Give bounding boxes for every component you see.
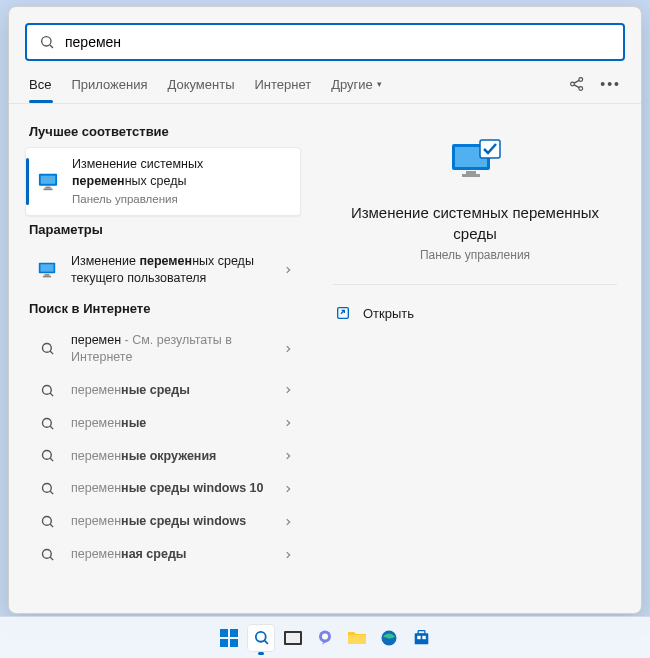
open-icon xyxy=(335,305,351,321)
svg-rect-14 xyxy=(43,276,51,278)
svg-line-6 xyxy=(574,85,579,88)
tab-docs[interactable]: Документы xyxy=(167,77,234,102)
svg-point-17 xyxy=(42,385,51,394)
monitor-check-icon xyxy=(448,138,502,186)
svg-rect-46 xyxy=(348,635,366,644)
search-icon xyxy=(33,383,61,398)
result-web-item[interactable]: переменная среды xyxy=(25,538,301,571)
svg-point-3 xyxy=(579,78,583,82)
taskbar-chat-button[interactable] xyxy=(312,625,338,651)
svg-rect-43 xyxy=(286,633,300,643)
search-window: Все Приложения Документы Интернет Другие… xyxy=(8,6,642,614)
search-icon xyxy=(39,34,55,50)
search-icon xyxy=(33,514,61,529)
svg-rect-12 xyxy=(40,264,53,271)
search-icon xyxy=(33,547,61,562)
svg-line-28 xyxy=(50,557,53,560)
taskbar-search-button[interactable] xyxy=(248,625,274,651)
tab-all[interactable]: Все xyxy=(29,77,51,102)
taskbar-store-button[interactable] xyxy=(408,625,434,651)
svg-rect-50 xyxy=(417,636,420,639)
svg-line-26 xyxy=(50,525,53,528)
svg-point-40 xyxy=(255,632,265,642)
preview-subtitle: Панель управления xyxy=(420,248,530,262)
chevron-right-icon xyxy=(283,451,293,461)
monitor-icon xyxy=(34,172,62,192)
svg-line-24 xyxy=(50,492,53,495)
search-bar[interactable] xyxy=(25,23,625,61)
chevron-right-icon xyxy=(283,517,293,527)
svg-rect-31 xyxy=(466,171,476,174)
svg-line-22 xyxy=(50,459,53,462)
svg-point-27 xyxy=(42,550,51,559)
svg-point-21 xyxy=(42,451,51,460)
start-button[interactable] xyxy=(216,625,242,651)
svg-rect-39 xyxy=(230,639,238,647)
more-options-icon[interactable]: ••• xyxy=(600,76,621,92)
svg-rect-49 xyxy=(418,631,425,634)
svg-rect-38 xyxy=(220,639,228,647)
tabs-row: Все Приложения Документы Интернет Другие… xyxy=(9,61,641,104)
open-label: Открыть xyxy=(363,306,414,321)
svg-point-25 xyxy=(42,517,51,526)
taskbar-taskview-button[interactable] xyxy=(280,625,306,651)
search-icon xyxy=(33,416,61,431)
section-web-search: Поиск в Интернете xyxy=(29,301,297,316)
result-settings-item[interactable]: Изменение переменных среды текущего поль… xyxy=(25,245,301,295)
chevron-right-icon xyxy=(283,385,293,395)
search-input[interactable] xyxy=(65,34,611,50)
svg-line-16 xyxy=(50,352,53,355)
chevron-right-icon xyxy=(283,484,293,494)
preview-pane: Изменение системных переменных среды Пан… xyxy=(309,104,641,613)
result-web-primary[interactable]: перемен - См. результаты в Интернете xyxy=(25,324,301,374)
search-icon xyxy=(33,448,61,463)
chevron-down-icon: ▾ xyxy=(377,79,382,89)
results-list: Лучшее соответствие Изменение системных … xyxy=(9,104,309,613)
tab-more[interactable]: Другие▾ xyxy=(331,77,382,102)
svg-line-41 xyxy=(264,641,267,644)
share-icon[interactable] xyxy=(568,75,586,93)
svg-rect-36 xyxy=(220,629,228,637)
svg-line-20 xyxy=(50,426,53,429)
preview-title: Изменение системных переменных среды xyxy=(333,202,617,244)
chevron-right-icon xyxy=(283,344,293,354)
taskbar-explorer-button[interactable] xyxy=(344,625,370,651)
svg-rect-37 xyxy=(230,629,238,637)
svg-point-23 xyxy=(42,484,51,493)
search-icon xyxy=(33,341,61,356)
svg-point-4 xyxy=(579,87,583,91)
svg-point-0 xyxy=(42,37,51,46)
svg-rect-9 xyxy=(45,186,50,188)
svg-rect-51 xyxy=(422,636,425,639)
section-settings: Параметры xyxy=(29,222,297,237)
svg-point-19 xyxy=(42,418,51,427)
result-web-item[interactable]: переменные среды windows xyxy=(25,505,301,538)
section-best-match: Лучшее соответствие xyxy=(29,124,297,139)
svg-rect-48 xyxy=(414,633,428,644)
svg-rect-32 xyxy=(462,174,480,177)
result-web-item[interactable]: переменные окружения xyxy=(25,440,301,473)
taskbar xyxy=(0,616,650,658)
svg-line-5 xyxy=(574,80,579,83)
chevron-right-icon xyxy=(283,550,293,560)
svg-rect-8 xyxy=(41,175,56,183)
result-best-match[interactable]: Изменение системных переменных среды Пан… xyxy=(25,147,301,216)
svg-line-1 xyxy=(50,45,53,48)
monitor-icon xyxy=(33,261,61,279)
divider xyxy=(333,284,617,285)
tab-apps[interactable]: Приложения xyxy=(71,77,147,102)
result-web-item[interactable]: переменные среды windows 10 xyxy=(25,472,301,505)
svg-line-18 xyxy=(50,393,53,396)
result-web-item[interactable]: переменные среды xyxy=(25,374,301,407)
chevron-right-icon xyxy=(283,418,293,428)
search-icon xyxy=(33,481,61,496)
open-action[interactable]: Открыть xyxy=(333,299,416,327)
svg-rect-13 xyxy=(45,274,50,276)
svg-point-2 xyxy=(571,82,575,86)
svg-rect-10 xyxy=(43,188,52,190)
taskbar-edge-button[interactable] xyxy=(376,625,402,651)
svg-point-15 xyxy=(42,344,51,353)
tab-web[interactable]: Интернет xyxy=(254,77,311,102)
chevron-right-icon xyxy=(283,265,293,275)
result-web-item[interactable]: переменные xyxy=(25,407,301,440)
